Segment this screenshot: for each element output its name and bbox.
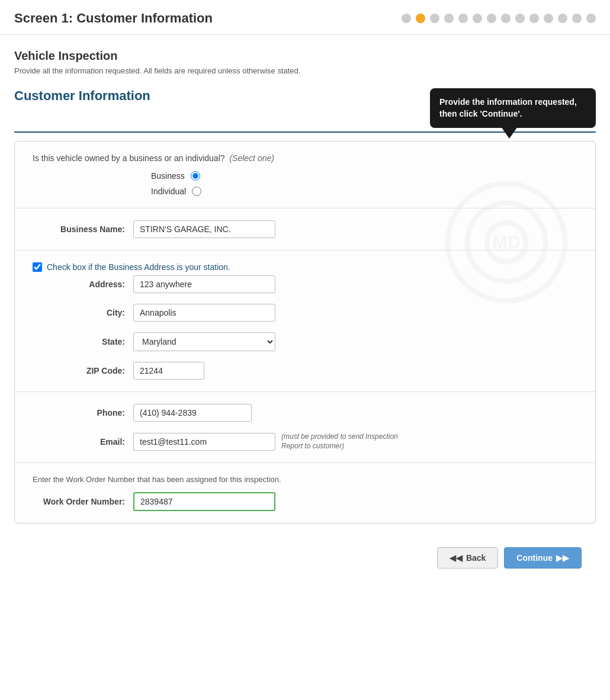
- page-header: Screen 1: Customer Information: [0, 0, 610, 35]
- progress-dot-11: [558, 14, 567, 23]
- city-label: City:: [33, 308, 133, 317]
- section-title: Vehicle Inspection: [14, 49, 596, 63]
- progress-dot-1: [416, 14, 425, 23]
- page-title: Screen 1: Customer Information: [14, 11, 213, 26]
- state-row: State: Maryland Virginia Delaware Pennsy…: [33, 332, 577, 351]
- business-name-label: Business Name:: [33, 224, 133, 234]
- business-name-input[interactable]: [133, 220, 275, 238]
- zip-label: ZIP Code:: [33, 366, 133, 375]
- section-subtitle: Provide all the information requested. A…: [14, 66, 596, 75]
- email-row: Email: (must be provided to send Inspect…: [33, 432, 577, 451]
- select-one-hint: (Select one): [229, 153, 274, 163]
- individual-radio[interactable]: [192, 187, 201, 196]
- back-arrow-icon: ◀◀: [450, 553, 463, 563]
- business-radio-item[interactable]: Business: [151, 171, 577, 181]
- business-radio[interactable]: [191, 171, 200, 181]
- progress-dot-12: [572, 14, 582, 23]
- progress-dot-7: [501, 14, 511, 23]
- continue-button-label: Continue: [516, 553, 553, 563]
- business-name-row: Business Name:: [33, 220, 577, 238]
- individual-radio-label: Individual: [151, 187, 186, 196]
- progress-dot-0: [402, 14, 411, 23]
- tooltip: Provide the information requested, then …: [430, 88, 596, 128]
- customer-info-heading-text: Customer Information: [14, 88, 150, 104]
- station-checkbox-label: Check box if the Business Address is you…: [47, 262, 230, 272]
- continue-arrow-icon: ▶▶: [556, 553, 569, 563]
- progress-dot-4: [458, 14, 468, 23]
- progress-dot-3: [444, 14, 454, 23]
- email-label: Email:: [33, 437, 133, 447]
- form-card: MD Is this vehicle owned by a business o…: [14, 141, 596, 524]
- progress-dot-2: [430, 14, 439, 23]
- station-checkbox[interactable]: [33, 262, 42, 272]
- progress-dot-5: [473, 14, 482, 23]
- progress-dot-13: [586, 14, 596, 23]
- city-row: City:: [33, 304, 577, 322]
- main-content: Vehicle Inspection Provide all the infor…: [0, 35, 610, 595]
- state-label: State:: [33, 337, 133, 346]
- work-order-input[interactable]: [133, 492, 275, 511]
- zip-row: ZIP Code:: [33, 362, 577, 380]
- city-input[interactable]: [133, 304, 275, 322]
- progress-dot-8: [515, 14, 525, 23]
- progress-dot-9: [529, 14, 539, 23]
- owner-question-text: Is this vehicle owned by a business or a…: [33, 153, 225, 163]
- continue-button[interactable]: Continue ▶▶: [504, 547, 582, 569]
- email-help-text: (must be provided to send Inspection Rep…: [281, 432, 400, 451]
- address-input[interactable]: [133, 275, 275, 293]
- address-row: Address:: [33, 275, 577, 293]
- individual-radio-item[interactable]: Individual: [151, 187, 577, 196]
- work-order-note: Enter the Work Order Number that has bee…: [33, 475, 577, 484]
- state-select[interactable]: Maryland Virginia Delaware Pennsylvania …: [133, 332, 275, 351]
- work-order-section: Enter the Work Order Number that has bee…: [15, 463, 595, 523]
- owner-radio-group: Business Individual: [33, 171, 577, 196]
- progress-dot-6: [487, 14, 496, 23]
- work-order-row: Work Order Number:: [33, 492, 577, 511]
- back-button[interactable]: ◀◀ Back: [437, 547, 498, 569]
- customer-info-heading: Customer Information Provide the informa…: [14, 88, 596, 133]
- contact-section: Phone: Email: (must be provided to send …: [15, 392, 595, 463]
- phone-input[interactable]: [133, 404, 252, 422]
- email-input[interactable]: [133, 433, 275, 451]
- progress-indicator: [402, 14, 596, 23]
- owner-question-row: Is this vehicle owned by a business or a…: [33, 153, 577, 163]
- address-label: Address:: [33, 280, 133, 289]
- station-checkbox-row[interactable]: Check box if the Business Address is you…: [33, 262, 577, 272]
- phone-row: Phone:: [33, 404, 577, 422]
- tooltip-text: Provide the information requested, then …: [439, 97, 577, 118]
- back-button-label: Back: [466, 553, 486, 563]
- phone-label: Phone:: [33, 408, 133, 418]
- address-section: Check box if the Business Address is you…: [15, 251, 595, 392]
- footer: ◀◀ Back Continue ▶▶: [14, 535, 596, 580]
- owner-type-section: Is this vehicle owned by a business or a…: [15, 142, 595, 208]
- work-order-label: Work Order Number:: [33, 497, 133, 506]
- progress-dot-10: [544, 14, 553, 23]
- business-radio-label: Business: [151, 171, 185, 181]
- business-name-section: Business Name:: [15, 208, 595, 251]
- zip-input[interactable]: [133, 362, 204, 380]
